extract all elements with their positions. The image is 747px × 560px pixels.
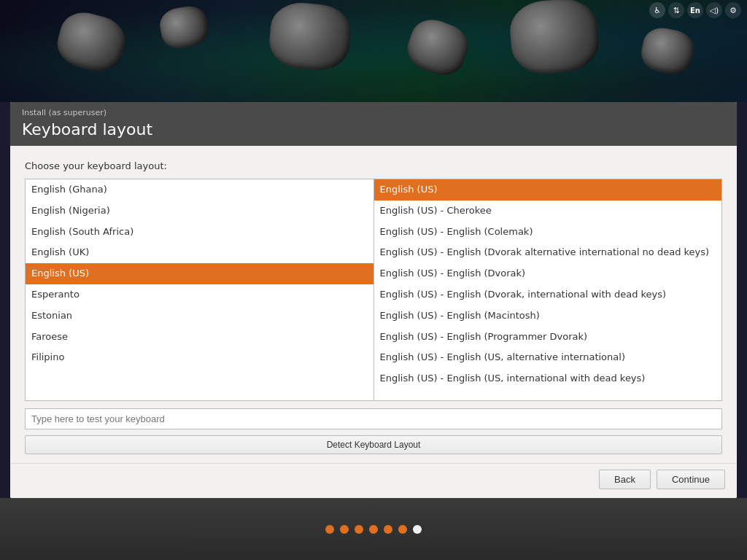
language-icon[interactable]: En	[687, 2, 703, 18]
list-item[interactable]: Filipino	[26, 347, 374, 368]
list-item[interactable]: English (US) - English (Dvorak)	[374, 263, 722, 284]
installer-window: Install (as superuser) Keyboard layout C…	[10, 102, 737, 498]
bottom-bar	[0, 498, 747, 560]
list-item[interactable]: English (South Africa)	[26, 222, 374, 243]
accessibility-icon[interactable]: ♿	[649, 2, 665, 18]
asteroid-6	[638, 24, 697, 77]
progress-dot-4	[369, 525, 378, 534]
progress-dot-3	[355, 525, 363, 534]
progress-dot-5	[384, 525, 392, 534]
list-item[interactable]: English (US)	[374, 179, 722, 201]
list-item[interactable]: English (US) - English (Macintosh)	[374, 306, 722, 327]
list-item[interactable]: Esperanto	[26, 284, 374, 306]
list-item[interactable]: English (US) - English (Programmer Dvora…	[374, 327, 722, 348]
list-item[interactable]: Faroese	[26, 327, 374, 348]
list-item[interactable]: English (US) - English (Dvorak, internat…	[374, 284, 722, 306]
keyboard-test-input[interactable]	[25, 408, 722, 429]
system-bar: ♿ ⇅ En ◁) ⚙	[0, 0, 747, 20]
language-list[interactable]: English (Ghana)English (Nigeria)English …	[25, 179, 374, 401]
progress-dot-2	[340, 525, 349, 534]
lists-container: English (Ghana)English (Nigeria)English …	[25, 179, 722, 401]
progress-dot-6	[398, 525, 407, 534]
list-item[interactable]: English (US)	[26, 263, 374, 284]
power-icon[interactable]: ⚙	[725, 2, 741, 18]
list-item[interactable]: English (US) - English (US, alternative …	[374, 347, 722, 368]
choose-label: Choose your keyboard layout:	[25, 160, 722, 171]
list-item[interactable]: English (Ghana)	[26, 179, 374, 201]
keyboard-switch-icon[interactable]: ⇅	[668, 2, 684, 18]
progress-dot-1	[325, 525, 334, 534]
page-title: Keyboard layout	[22, 120, 725, 139]
detect-keyboard-button[interactable]: Detect Keyboard Layout	[25, 435, 722, 454]
list-item[interactable]: English (US) - English (US, internationa…	[374, 368, 722, 389]
list-item[interactable]: English (UK)	[26, 242, 374, 263]
list-item[interactable]: Estonian	[26, 306, 374, 327]
volume-icon[interactable]: ◁)	[706, 2, 722, 18]
variant-list[interactable]: English (US)English (US) - CherokeeEngli…	[374, 179, 723, 401]
window-subtitle: Install (as superuser)	[22, 108, 725, 117]
list-item[interactable]: English (US) - English (Dvorak alternati…	[374, 242, 722, 263]
list-item[interactable]: English (US) - English (Colemak)	[374, 222, 722, 243]
asteroid-4	[401, 13, 473, 81]
window-footer: Back Continue	[10, 463, 737, 498]
continue-button[interactable]: Continue	[657, 470, 725, 489]
window-header: Install (as superuser) Keyboard layout	[10, 102, 737, 146]
list-item[interactable]: English (Nigeria)	[26, 201, 374, 222]
window-body: Choose your keyboard layout: English (Gh…	[10, 146, 737, 463]
progress-dot-7	[413, 525, 422, 534]
list-item[interactable]: English (US) - Cherokee	[374, 201, 722, 222]
back-button[interactable]: Back	[599, 470, 651, 489]
